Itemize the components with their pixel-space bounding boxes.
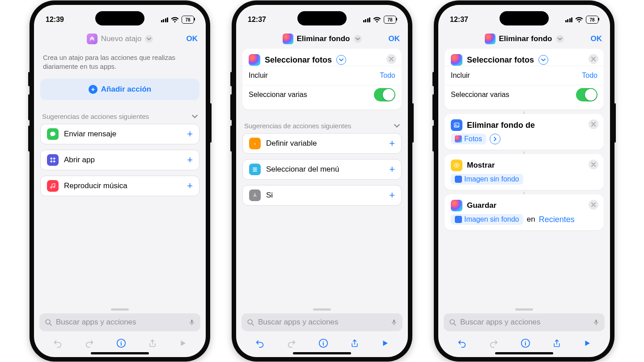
photos-icon: [451, 54, 462, 66]
svg-rect-10: [253, 171, 257, 172]
option-include[interactable]: Incluir Todo: [242, 66, 402, 85]
info-button[interactable]: [318, 338, 328, 348]
play-button[interactable]: [381, 339, 389, 347]
home-indicator[interactable]: [495, 352, 553, 354]
plus-icon: +: [389, 189, 395, 201]
close-icon[interactable]: [589, 54, 598, 64]
search-field[interactable]: Buscar apps y acciones: [444, 313, 605, 331]
battery-icon: 78: [182, 16, 194, 24]
shortcut-title-dropdown[interactable]: Eliminar fondo: [485, 34, 564, 44]
add-action-button[interactable]: + Añadir acción: [40, 79, 199, 100]
bottom-toolbar: [236, 333, 408, 354]
variable-icon: x: [249, 138, 261, 149]
option-select-multiple: Seleccionar varias: [445, 85, 604, 104]
svg-rect-5: [191, 320, 193, 323]
suggestions-header[interactable]: Sugerencias de acciones siguientes: [40, 113, 199, 124]
shortcut-title-dropdown[interactable]: Eliminar fondo: [283, 34, 362, 44]
undo-button[interactable]: [255, 338, 265, 348]
destination-album[interactable]: Recientes: [539, 215, 575, 224]
search-placeholder: Buscar apps y acciones: [56, 318, 136, 327]
undo-button[interactable]: [53, 338, 63, 348]
close-icon[interactable]: [589, 200, 598, 210]
svg-point-17: [450, 320, 454, 324]
play-button[interactable]: [583, 339, 591, 347]
messages-icon: [47, 128, 59, 140]
search-icon: [449, 319, 457, 326]
battery-icon: 78: [586, 16, 598, 24]
status-time: 12:39: [46, 16, 64, 24]
ok-button[interactable]: OK: [591, 34, 602, 43]
action-show[interactable]: Mostrar Imagen sin fondo: [445, 154, 604, 190]
toggle-switch[interactable]: [576, 88, 597, 101]
close-icon[interactable]: [589, 160, 598, 169]
chevron-down-icon: [354, 35, 362, 43]
search-field[interactable]: Buscar apps y acciones: [39, 313, 200, 331]
svg-rect-9: [253, 169, 257, 170]
action-save[interactable]: Guardar Imagen sin fondo en Recientes: [445, 194, 604, 230]
suggestion-item[interactable]: Reproducir música +: [40, 176, 199, 196]
variable-token-image[interactable]: Imagen sin fondo: [451, 174, 523, 185]
mic-icon[interactable]: [593, 318, 599, 326]
branch-icon: [249, 189, 261, 201]
photos-icon: [283, 34, 293, 44]
status-time: 12:37: [248, 16, 266, 24]
info-button[interactable]: [521, 338, 530, 348]
chevron-down-icon: [394, 123, 400, 129]
grabber-handle[interactable]: [111, 308, 129, 311]
action-select-photos[interactable]: Seleccionar fotos Incluir Todo Seleccion…: [445, 49, 604, 109]
toggle-switch[interactable]: [374, 88, 395, 101]
redo-button[interactable]: [489, 338, 499, 348]
grabber-handle[interactable]: [313, 308, 331, 311]
action-select-photos[interactable]: Seleccionar fotos Incluir Todo Seleccion…: [242, 49, 402, 109]
app-grid-icon: [47, 154, 59, 166]
home-indicator[interactable]: [91, 352, 149, 354]
phone-mockup-1: 12:39 78 Nuevo atajo OK Crea un atajo pa…: [30, 0, 210, 362]
ok-button[interactable]: OK: [389, 34, 400, 43]
image-icon: [451, 119, 462, 131]
option-include[interactable]: Incluir Todo: [445, 66, 604, 85]
chevron-down-icon: [192, 114, 198, 119]
close-icon[interactable]: [386, 54, 396, 64]
wifi-icon: [575, 17, 583, 23]
close-icon[interactable]: [589, 119, 598, 129]
collapse-icon[interactable]: [538, 55, 548, 65]
suggestion-item[interactable]: Seleccionar del menú +: [242, 159, 402, 180]
play-button[interactable]: [179, 339, 187, 347]
search-field[interactable]: Buscar apps y acciones: [242, 313, 402, 331]
add-action-label: Añadir acción: [101, 85, 151, 94]
variable-token-image[interactable]: Imagen sin fondo: [451, 214, 523, 225]
suggestions-header[interactable]: Sugerencias de acciones siguientes: [242, 122, 402, 133]
search-placeholder: Buscar apps y acciones: [258, 318, 339, 327]
share-button[interactable]: [350, 338, 359, 348]
mic-icon[interactable]: [391, 318, 397, 326]
share-button[interactable]: [552, 338, 561, 348]
info-button[interactable]: [116, 338, 126, 348]
expand-icon[interactable]: [490, 134, 500, 144]
grabber-handle[interactable]: [515, 308, 533, 311]
undo-button[interactable]: [457, 338, 467, 348]
share-button[interactable]: [148, 338, 157, 348]
variable-token-photos[interactable]: Fotos: [451, 134, 486, 144]
home-indicator[interactable]: [293, 352, 351, 354]
battery-icon: 78: [384, 16, 396, 24]
mic-icon[interactable]: [189, 318, 195, 326]
wifi-icon: [171, 17, 179, 23]
suggestion-item[interactable]: Abrir app +: [40, 150, 199, 170]
collapse-icon[interactable]: [336, 55, 346, 65]
ok-button[interactable]: OK: [186, 34, 198, 43]
shortcut-title-dropdown[interactable]: Nuevo atajo: [87, 34, 153, 44]
search-placeholder: Buscar apps y acciones: [460, 318, 541, 327]
svg-rect-0: [51, 157, 52, 159]
action-remove-background[interactable]: Eliminar fondo de Fotos: [445, 114, 604, 150]
suggestion-item[interactable]: x Definir variable +: [242, 133, 402, 154]
suggestion-item[interactable]: Si +: [242, 185, 402, 206]
redo-button[interactable]: [287, 338, 297, 348]
svg-text:x: x: [254, 142, 256, 146]
chevron-down-icon: [556, 35, 564, 43]
dynamic-island: [95, 11, 144, 25]
plus-icon: +: [187, 128, 193, 140]
redo-button[interactable]: [85, 338, 94, 348]
bottom-toolbar: [438, 333, 610, 354]
suggestion-item[interactable]: Enviar mensaje +: [40, 124, 199, 144]
svg-rect-12: [393, 320, 395, 323]
